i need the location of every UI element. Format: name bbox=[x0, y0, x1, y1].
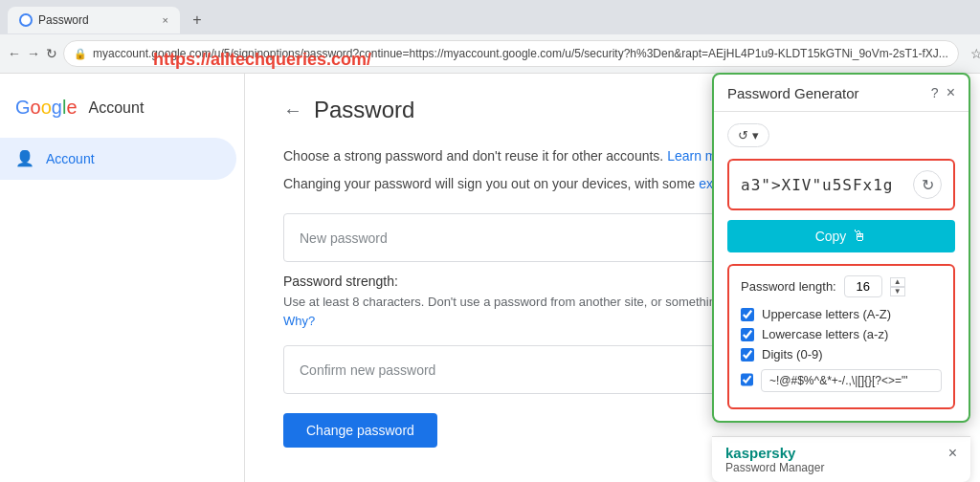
pg-increment-button[interactable]: ▲ bbox=[890, 277, 905, 287]
pg-lowercase-label: Lowercase letters (a-z) bbox=[762, 327, 888, 341]
history-icon: ↺ bbox=[738, 128, 748, 142]
pg-help-button[interactable]: ? bbox=[931, 85, 939, 100]
watermark: https://alltechqueries.com/ bbox=[153, 50, 371, 70]
page-title: Password bbox=[314, 97, 414, 123]
kaspersky-name: kaspersky bbox=[725, 445, 824, 461]
history-chevron: ▾ bbox=[752, 128, 759, 142]
why-link[interactable]: Why? bbox=[283, 314, 315, 328]
tab-title: Password bbox=[38, 13, 89, 27]
refresh-icon: ↻ bbox=[922, 176, 934, 194]
account-text: Account bbox=[89, 99, 145, 117]
pg-body: ↺ ▾ a3">XIV"u5SFx1g ↻ Copy 🖱 Password le… bbox=[714, 112, 969, 421]
nav-right-buttons: ☆ 👤 🧩 ⋮ bbox=[965, 41, 980, 66]
browser-titlebar: Password × + bbox=[0, 0, 980, 34]
kaspersky-info: kaspersky Password Manager bbox=[725, 445, 824, 474]
kaspersky-subtitle: Password Manager bbox=[725, 461, 824, 474]
pg-spinner[interactable]: ▲ ▼ bbox=[890, 277, 905, 296]
sidebar-item-account[interactable]: 👤 Account bbox=[0, 138, 236, 180]
google-account-logo: Google Account bbox=[0, 89, 244, 138]
pg-special-checkbox[interactable] bbox=[741, 373, 753, 386]
browser-chrome: Password × + ← → ↻ 🔒 myaccount.google.co… bbox=[0, 0, 980, 74]
pg-header: Password Generator ? × bbox=[714, 75, 969, 112]
new-tab-button[interactable]: + bbox=[184, 7, 211, 33]
pg-close-button[interactable]: × bbox=[947, 84, 955, 101]
pg-history-button[interactable]: ↺ ▾ bbox=[727, 123, 769, 147]
cursor-indicator: 🖱 bbox=[852, 228, 867, 245]
pg-refresh-button[interactable]: ↻ bbox=[913, 170, 942, 199]
password-generator-panel: Password Generator ? × ↺ ▾ a3">XIV"u5SFx… bbox=[712, 73, 970, 423]
pg-length-input[interactable] bbox=[844, 275, 882, 297]
google-g2: g bbox=[52, 97, 62, 119]
browser-nav: ← → ↻ 🔒 myaccount.google.com/u/5/signino… bbox=[0, 34, 980, 73]
lock-icon: 🔒 bbox=[74, 48, 87, 60]
pg-password-box: a3">XIV"u5SFx1g ↻ bbox=[727, 159, 955, 210]
pg-length-label: Password length: bbox=[741, 279, 836, 294]
forward-button[interactable]: → bbox=[27, 41, 40, 66]
pg-length-row: Password length: ▲ ▼ bbox=[741, 275, 942, 297]
sidebar-account-label: Account bbox=[46, 151, 95, 166]
pg-special-chars-input[interactable] bbox=[761, 369, 942, 392]
pg-options-section: Password length: ▲ ▼ Uppercase letters (… bbox=[727, 264, 955, 409]
pg-uppercase-row: Uppercase letters (A-Z) bbox=[741, 307, 942, 321]
kaspersky-panel: kaspersky Password Manager × bbox=[712, 436, 970, 482]
google-o2: o bbox=[41, 97, 52, 119]
tab-favicon bbox=[19, 13, 33, 27]
tab-close-button[interactable]: × bbox=[163, 14, 168, 26]
account-icon: 👤 bbox=[15, 149, 34, 168]
pg-generated-password: a3">XIV"u5SFx1g bbox=[741, 176, 894, 194]
refresh-button[interactable]: ↻ bbox=[46, 41, 57, 66]
back-button[interactable]: ← bbox=[8, 41, 21, 66]
google-logo: Google bbox=[15, 97, 78, 119]
bookmark-icon[interactable]: ☆ bbox=[965, 41, 980, 66]
browser-tab[interactable]: Password × bbox=[8, 7, 180, 33]
kaspersky-close-button[interactable]: × bbox=[948, 445, 957, 462]
pg-copy-button[interactable]: Copy 🖱 bbox=[727, 220, 955, 252]
pg-title: Password Generator bbox=[727, 85, 931, 101]
pg-decrement-button[interactable]: ▼ bbox=[890, 287, 905, 296]
sidebar: Google Account 👤 Account bbox=[0, 74, 245, 482]
pg-uppercase-checkbox[interactable] bbox=[741, 308, 754, 321]
pg-digits-row: Digits (0-9) bbox=[741, 347, 942, 362]
pg-special-row bbox=[741, 367, 942, 392]
google-g: G bbox=[15, 97, 31, 119]
google-o1: o bbox=[31, 97, 41, 119]
pg-digits-label: Digits (0-9) bbox=[762, 347, 823, 362]
svg-point-0 bbox=[21, 15, 31, 25]
google-e: e bbox=[66, 97, 77, 119]
change-password-button[interactable]: Change password bbox=[283, 413, 437, 448]
pg-uppercase-label: Uppercase letters (A-Z) bbox=[762, 307, 891, 321]
pg-lowercase-row: Lowercase letters (a-z) bbox=[741, 327, 942, 341]
pg-digits-checkbox[interactable] bbox=[741, 348, 754, 362]
back-arrow[interactable]: ← bbox=[283, 99, 302, 121]
copy-label: Copy bbox=[815, 229, 847, 244]
pg-lowercase-checkbox[interactable] bbox=[741, 328, 754, 341]
